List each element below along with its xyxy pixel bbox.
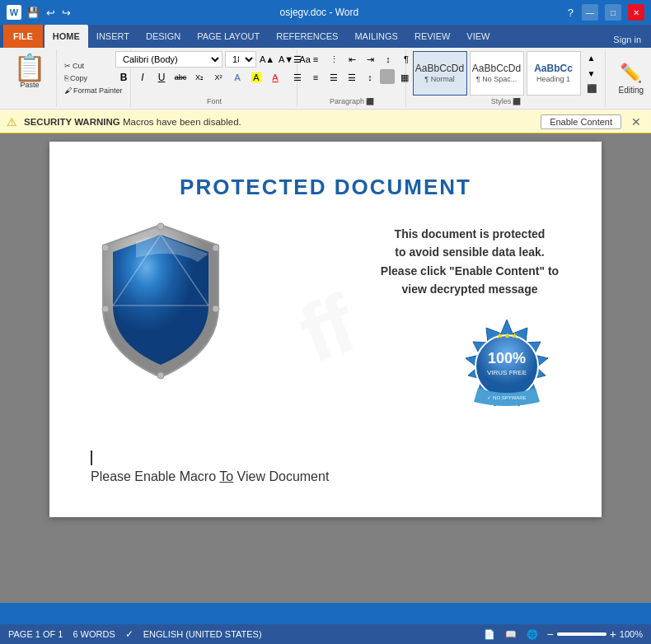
read-mode-button[interactable]: 📖: [503, 627, 518, 642]
style-heading1-preview: AaBbCc: [534, 63, 573, 73]
align-left-button[interactable]: ☰: [289, 69, 306, 86]
editing-group: ✏️ Editing: [607, 49, 651, 107]
shield-container: [91, 217, 239, 385]
line-spacing-button[interactable]: ↕: [362, 69, 378, 86]
tab-page-layout[interactable]: PAGE LAYOUT: [189, 25, 268, 48]
redo-button[interactable]: ↪: [62, 7, 71, 19]
tab-insert[interactable]: INSERT: [88, 25, 138, 48]
close-button[interactable]: ✕: [628, 4, 644, 21]
svg-point-4: [213, 245, 219, 251]
editing-button[interactable]: ✏️ Editing: [612, 59, 651, 98]
maximize-button[interactable]: □: [605, 4, 621, 21]
decrease-indent-button[interactable]: ⇤: [344, 51, 360, 68]
tab-mailings[interactable]: MAILINGS: [346, 25, 406, 48]
macro-section: Please Enable Macro To View Document: [91, 450, 560, 484]
proofing-icon[interactable]: ✓: [125, 628, 133, 640]
ribbon-content: 📋 Paste ✂ Cut ⎘ Copy 🖌 Format Painter Cl…: [0, 48, 651, 109]
increase-indent-button[interactable]: ⇥: [362, 51, 378, 68]
tab-view[interactable]: VIEW: [458, 25, 498, 48]
svg-text:VIRUS FREE: VIRUS FREE: [487, 369, 527, 376]
warning-text: SECURITY WARNING Macros have been disabl…: [24, 117, 534, 127]
subscript-button[interactable]: X₂: [191, 69, 208, 86]
protection-text: This document is protected to avoid sens…: [379, 225, 560, 299]
style-no-spacing[interactable]: AaBbCcDd ¶ No Spac...: [470, 51, 524, 96]
font-name-select[interactable]: Calibri (Body): [115, 51, 222, 68]
paragraph-group: ☰ ≡ ⋮ ⇤ ⇥ ↕ ¶ ☰ ≡ ☰ ☰ ↕ ▦ Paragraph ⬛: [299, 49, 406, 107]
paste-button[interactable]: 📋 Paste: [8, 53, 51, 91]
sign-in-link[interactable]: Sign in: [607, 31, 648, 48]
tab-home[interactable]: HOME: [44, 25, 88, 48]
styles-expand[interactable]: ⬛: [583, 82, 600, 96]
help-button[interactable]: ?: [568, 7, 574, 19]
multilevel-list-button[interactable]: ⋮: [326, 51, 342, 68]
macro-text-to: To: [219, 469, 233, 483]
zoom-control: − + 100%: [546, 628, 643, 641]
title-bar-left: W 💾 ↩ ↪: [7, 5, 71, 20]
shading-button[interactable]: [380, 69, 395, 84]
tab-references[interactable]: REFERENCES: [268, 25, 346, 48]
zoom-level: 100%: [620, 629, 643, 639]
protected-document-title: PROTECTED DOCUMENT: [91, 175, 560, 200]
paragraph-label: Paragraph ⬛: [304, 96, 400, 105]
strikethrough-button[interactable]: abc: [172, 69, 189, 86]
bold-button[interactable]: B: [115, 69, 132, 86]
format-painter-button[interactable]: 🖌 Format Painter: [62, 86, 125, 96]
style-heading1[interactable]: AaBbCc Heading 1: [527, 51, 581, 96]
document-area: ff PROTECTED DOCUMENT: [0, 133, 651, 603]
justify-button[interactable]: ☰: [344, 69, 360, 86]
paste-label: Paste: [20, 81, 39, 89]
save-button[interactable]: 💾: [26, 7, 40, 19]
zoom-in-button[interactable]: +: [610, 628, 616, 641]
style-normal-preview: AaBbCcDd: [415, 63, 464, 73]
align-right-button[interactable]: ☰: [326, 69, 342, 86]
format-painter-icon: 🖌: [64, 86, 72, 95]
macro-text: Please Enable Macro To View Document: [91, 469, 560, 484]
svg-text:✓ NO SPYWARE: ✓ NO SPYWARE: [487, 395, 526, 400]
bullets-button[interactable]: ☰: [289, 51, 306, 68]
numbered-list-button[interactable]: ≡: [307, 51, 324, 68]
virus-free-badge: 100% VIRUS FREE ✓ NO SPYWARE ★★★: [453, 315, 560, 426]
align-center-button[interactable]: ≡: [307, 69, 324, 86]
tab-design[interactable]: DESIGN: [138, 25, 189, 48]
font-color-button[interactable]: A: [267, 69, 283, 86]
warning-close-button[interactable]: ✕: [628, 115, 644, 128]
style-normal[interactable]: AaBbCcDd ¶ Normal: [413, 51, 467, 96]
italic-button[interactable]: I: [134, 69, 151, 86]
style-heading1-label: Heading 1: [536, 75, 570, 83]
text-effects-button[interactable]: A: [229, 69, 246, 86]
styles-gallery: AaBbCcDd ¶ Normal AaBbCcDd ¶ No Spac... …: [413, 51, 600, 96]
undo-button[interactable]: ↩: [46, 7, 55, 19]
page-info: PAGE 1 OF 1: [8, 629, 63, 639]
zoom-out-button[interactable]: −: [546, 628, 553, 641]
warning-icon: ⚠: [7, 115, 17, 128]
sort-button[interactable]: ↕: [380, 51, 396, 68]
word-count: 6 WORDS: [73, 629, 115, 639]
title-bar: W 💾 ↩ ↪ osjegv.doc - Word ? — □ ✕: [0, 0, 651, 25]
styles-label: Styles ⬛: [413, 96, 600, 105]
quick-access-toolbar: 💾 ↩ ↪: [26, 7, 71, 19]
svg-point-6: [102, 245, 109, 251]
zoom-fill: [557, 632, 607, 636]
font-group: Calibri (Body) 18 A▲ A▼ Aa B I U abc X₂ …: [133, 49, 297, 107]
increase-font-button[interactable]: A▲: [259, 51, 275, 68]
web-layout-button[interactable]: 🌐: [525, 627, 540, 642]
styles-scroll-down[interactable]: ▼: [583, 67, 600, 81]
document-header: PROTECTED DOCUMENT: [91, 175, 560, 200]
editing-icon: ✏️: [620, 63, 642, 84]
language: ENGLISH (UNITED STATES): [143, 629, 262, 639]
styles-dialog-launcher[interactable]: ⬛: [513, 98, 521, 105]
highlight-button[interactable]: A: [248, 69, 265, 86]
underline-button[interactable]: U: [153, 69, 170, 86]
enable-content-button[interactable]: Enable Content: [541, 114, 621, 129]
text-cursor: [91, 450, 92, 465]
zoom-slider[interactable]: [557, 632, 607, 636]
superscript-button[interactable]: X²: [210, 69, 227, 86]
paragraph-dialog-launcher[interactable]: ⬛: [366, 98, 374, 105]
editing-label: Editing: [619, 86, 644, 95]
tab-file[interactable]: FILE: [3, 25, 43, 48]
font-size-select[interactable]: 18: [225, 51, 256, 68]
print-layout-button[interactable]: 📄: [482, 627, 497, 642]
minimize-button[interactable]: —: [582, 4, 598, 21]
styles-scroll-up[interactable]: ▲: [583, 51, 600, 65]
tab-review[interactable]: REVIEW: [406, 25, 458, 48]
